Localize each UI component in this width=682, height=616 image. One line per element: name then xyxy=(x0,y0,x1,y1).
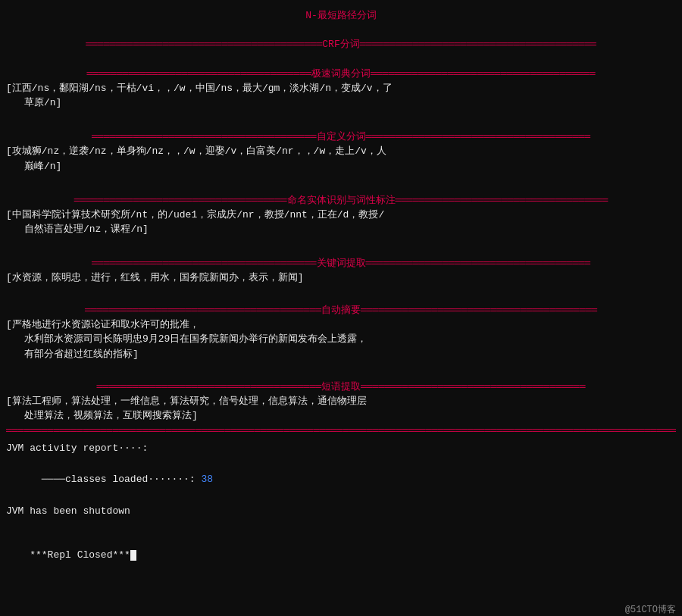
content-summary-2: 水利部水资源司司长陈明忠9月29日在国务院新闻办举行的新闻发布会上透露， xyxy=(6,332,676,347)
divider-n-shortest-path: N-最短路径分词 xyxy=(6,9,676,23)
divider-crf: ════════════════════════════════════════… xyxy=(6,24,676,52)
content-phrase-2: 处理算法，视频算法，互联网搜索算法] xyxy=(6,408,676,424)
jvm-report-line: JVM activity report····: xyxy=(6,441,676,457)
section-n-shortest-path: N-最短路径分词 xyxy=(6,9,676,23)
repl-closed-line: ***Repl Closed*** xyxy=(6,529,676,582)
jvm-classes-label: ────classes loaded·······: xyxy=(42,474,202,485)
content-phrase-1: [算法工程师，算法处理，一维信息，算法研究，信号处理，信息算法，通信物理层 xyxy=(6,394,676,409)
content-summary-1: [严格地进行水资源论证和取水许可的批准， xyxy=(6,317,676,333)
content-keyword-1: [水资源，陈明忠，进行，红线，用水，国务院新闻办，表示，新闻] xyxy=(6,270,676,286)
divider-ner: ════════════════════════════════════命名实体… xyxy=(6,180,676,207)
terminal: N-最短路径分词 ═══════════════════════════════… xyxy=(0,6,682,616)
content-fast-dict-2: 草原/n] xyxy=(6,95,676,111)
content-ner-2: 自然语言处理/nz，课程/n] xyxy=(6,222,676,237)
content-summary-3: 有部分省超过红线的指标] xyxy=(6,347,676,362)
divider-custom: ══════════════════════════════════════自定… xyxy=(6,117,676,144)
section-phrase: ══════════════════════════════════════短语… xyxy=(6,366,676,423)
divider-fast-dict: ══════════════════════════════════════极速… xyxy=(6,54,676,81)
section-ner: ════════════════════════════════════命名实体… xyxy=(6,180,676,236)
content-ner-1: [中国科学院计算技术研究所/nt，的/ude1，宗成庆/nr，教授/nnt，正在… xyxy=(6,208,676,223)
divider-phrase: ══════════════════════════════════════短语… xyxy=(6,366,676,393)
section-summary: ════════════════════════════════════════… xyxy=(6,290,676,362)
repl-closed-text: ***Repl Closed*** xyxy=(30,549,130,561)
content-custom-2: 巅峰/n] xyxy=(6,159,676,174)
jvm-classes-count: 38 xyxy=(201,474,213,485)
divider-keyword: ══════════════════════════════════════关键… xyxy=(6,243,676,270)
section-keyword: ══════════════════════════════════════关键… xyxy=(6,243,676,286)
content-fast-dict-1: [江西/ns，鄱阳湖/ns，干枯/vi，，/w，中国/ns，最大/gm，淡水湖/… xyxy=(6,81,676,96)
jvm-classes-line: ────classes loaded·······: 38 xyxy=(6,457,676,504)
watermark: @51CTO博客 xyxy=(625,603,676,616)
section-crf: ════════════════════════════════════════… xyxy=(6,24,676,52)
bottom-separator: ════════════════════════════════════════… xyxy=(6,425,676,436)
jvm-shutdown-line: JVM has been shutdown xyxy=(6,504,676,520)
jvm-section: JVM activity report····: ────classes loa… xyxy=(6,441,676,520)
content-custom-1: [攻城狮/nz，逆袭/nz，单身狗/nz，，/w，迎娶/v，白富美/nr，，/w… xyxy=(6,144,676,159)
section-custom: ══════════════════════════════════════自定… xyxy=(6,117,676,174)
cursor-blink xyxy=(130,550,136,561)
section-fast-dict: ══════════════════════════════════════极速… xyxy=(6,54,676,111)
divider-summary: ════════════════════════════════════════… xyxy=(6,290,676,317)
